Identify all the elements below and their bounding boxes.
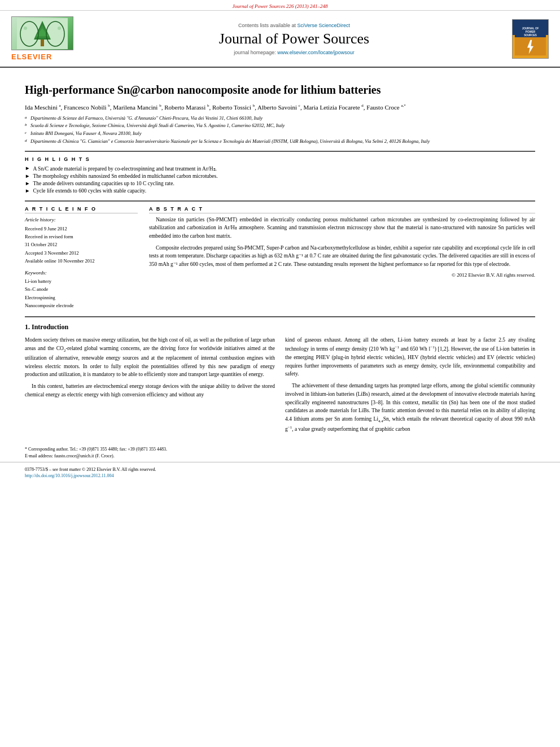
svg-point-7: [24, 27, 27, 30]
highlight-2: ► The morphology exhibits nanosized Sn e…: [25, 173, 535, 179]
intro-text-left: Modern society thrives on massive energy…: [25, 336, 275, 399]
elsevier-tree-svg: [17, 18, 68, 49]
svg-text:POWER: POWER: [526, 30, 536, 33]
history-label: Article history:: [25, 217, 138, 222]
intro-para-3: kind of gaseous exhaust. Among all the o…: [285, 336, 535, 378]
svg-text:SOURCES: SOURCES: [524, 34, 537, 37]
introduction-body: Modern society thrives on massive energy…: [25, 336, 535, 436]
article-info-label: A R T I C L E I N F O: [25, 206, 138, 213]
journal-logo-section: JOURNAL OF POWER SOURCES: [504, 19, 549, 59]
abstract-text: Nanosize tin particles (Sn-PMCMT) embedd…: [149, 216, 535, 269]
doi-link[interactable]: http://dx.doi.org/10.1016/j.jpowsour.201…: [25, 473, 535, 478]
svg-rect-1: [41, 40, 44, 46]
article-title: High-performance Sn@carbon nanocomposite…: [25, 82, 535, 97]
intro-col-right: kind of gaseous exhaust. Among all the o…: [285, 336, 535, 436]
section-title-text: Introduction: [32, 323, 68, 331]
copyright-line: © 2012 Elsevier B.V. All rights reserved…: [149, 272, 535, 278]
authors-line: Ida Meschini a, Francesco Nobili b, Mari…: [25, 103, 535, 112]
section-number: 1.: [25, 323, 30, 331]
email-value: fausto.croce@unich.it (F. Croce).: [54, 453, 115, 458]
arrow-icon-4: ►: [25, 188, 30, 194]
email-note: E-mail address: fausto.croce@unich.it (F…: [25, 453, 535, 460]
journal-title: Journal of Power Sources: [90, 30, 498, 47]
available-date: Available online 10 November 2012: [25, 257, 138, 265]
sciverse-line: Contents lists available at SciVerse Sci…: [90, 23, 498, 28]
intro-col-left: Modern society thrives on massive energy…: [25, 336, 275, 436]
keyword-2: Sn–C anode: [25, 285, 138, 293]
revised-date: 31 October 2012: [25, 241, 138, 248]
intro-para-2: In this context, batteries are electroch…: [25, 382, 275, 399]
intro-para-1: Modern society thrives on massive energy…: [25, 336, 275, 379]
abstract-paragraph-2: Composite electrodes prepared using Sn-P…: [149, 244, 535, 269]
elsevier-logo: ELSEVIER: [11, 16, 85, 61]
received-date: Received 9 June 2012: [25, 225, 138, 233]
article-info-col: A R T I C L E I N F O Article history: R…: [25, 206, 138, 310]
elsevier-brand-text: ELSEVIER: [11, 53, 52, 61]
journal-citation-bar: Journal of Power Sources 226 (2013) 241–…: [0, 0, 560, 11]
highlight-1: ► A Sn/C anode material is prepared by c…: [25, 165, 535, 172]
keyword-3: Electrospinning: [25, 294, 138, 302]
keywords-label: Keywords:: [25, 270, 138, 276]
journal-homepage-line: journal homepage: www.elsevier.com/locat…: [90, 50, 498, 55]
sciverse-link[interactable]: SciVerse ScienceDirect: [298, 23, 351, 28]
abstract-paragraph-1: Nanosize tin particles (Sn-PMCMT) embedd…: [149, 216, 535, 241]
page-wrapper: Journal of Power Sources 226 (2013) 241–…: [0, 0, 560, 483]
journal-power-logo: JOURNAL OF POWER SOURCES: [515, 20, 546, 57]
highlight-4: ► Cycle life extends to 600 cycles with …: [25, 188, 535, 194]
elsevier-logo-section: ELSEVIER: [11, 16, 85, 61]
affiliation-b: b Scuola di Scienze e Tecnologie, Sezion…: [25, 122, 535, 129]
intro-para-4: The achievement of these demanding targe…: [285, 382, 535, 433]
divider-after-highlights: [25, 200, 535, 202]
affiliation-d: d Dipartimento di Chimica "G. Ciamician"…: [25, 138, 535, 145]
highlights-label: H I G H L I G H T S: [25, 156, 535, 162]
highlights-section: H I G H L I G H T S ► A Sn/C anode mater…: [25, 156, 535, 194]
article-title-section: High-performance Sn@carbon nanocomposite…: [25, 82, 535, 97]
accepted-date: Accepted 3 November 2012: [25, 249, 138, 257]
page-footer: 0378-7753/$ – see front matter © 2012 El…: [0, 462, 560, 483]
arrow-icon-3: ►: [25, 181, 30, 186]
main-content: High-performance Sn@carbon nanocomposite…: [0, 68, 560, 446]
arrow-icon-2: ►: [25, 173, 30, 179]
intro-text-right: kind of gaseous exhaust. Among all the o…: [285, 336, 535, 433]
abstract-label: A B S T R A C T: [149, 206, 535, 213]
corresponding-author-note: * Corresponding author. Tel.: +39 (0)871…: [25, 446, 535, 453]
elsevier-tree-image: [11, 16, 73, 50]
svg-point-8: [58, 27, 61, 30]
keyword-1: Li-ion battery: [25, 277, 138, 285]
journal-citation-text: Journal of Power Sources 226 (2013) 241–…: [232, 3, 327, 9]
journal-logo-box: JOURNAL OF POWER SOURCES: [512, 19, 549, 59]
received-revised-label: Received in revised form: [25, 233, 138, 241]
email-label: E-mail address:: [25, 453, 53, 458]
journal-header: ELSEVIER Contents lists available at Sci…: [0, 11, 560, 68]
journal-title-section: Contents lists available at SciVerse Sci…: [85, 23, 504, 55]
affiliations: a Dipartimento di Scienze del Farmaco, U…: [25, 115, 535, 145]
introduction-section: 1. Introduction Modern society thrives o…: [25, 316, 535, 436]
article-dates: Received 9 June 2012 Received in revised…: [25, 225, 138, 265]
svg-text:JOURNAL OF: JOURNAL OF: [522, 27, 539, 30]
issn-note: 0378-7753/$ – see front matter © 2012 El…: [25, 467, 535, 472]
keywords-section: Keywords: Li-ion battery Sn–C anode Elec…: [25, 270, 138, 310]
highlight-3: ► The anode delivers outstanding capacit…: [25, 181, 535, 186]
section-1-title: 1. Introduction: [25, 323, 535, 331]
footnote-block: * Corresponding author. Tel.: +39 (0)871…: [0, 446, 560, 462]
divider-after-affiliations: [25, 151, 535, 152]
keyword-4: Nanocomposite electrode: [25, 302, 138, 309]
info-abstract-section: A R T I C L E I N F O Article history: R…: [25, 206, 535, 310]
journal-homepage-url[interactable]: www.elsevier.com/locate/jpowsour: [277, 50, 355, 55]
affiliation-c: c Istituto BNI Donegani, Via Fauser 4, N…: [25, 130, 535, 137]
abstract-col: A B S T R A C T Nanosize tin particles (…: [149, 206, 535, 310]
affiliation-a: a Dipartimento di Scienze del Farmaco, U…: [25, 115, 535, 122]
arrow-icon-1: ►: [25, 165, 30, 171]
